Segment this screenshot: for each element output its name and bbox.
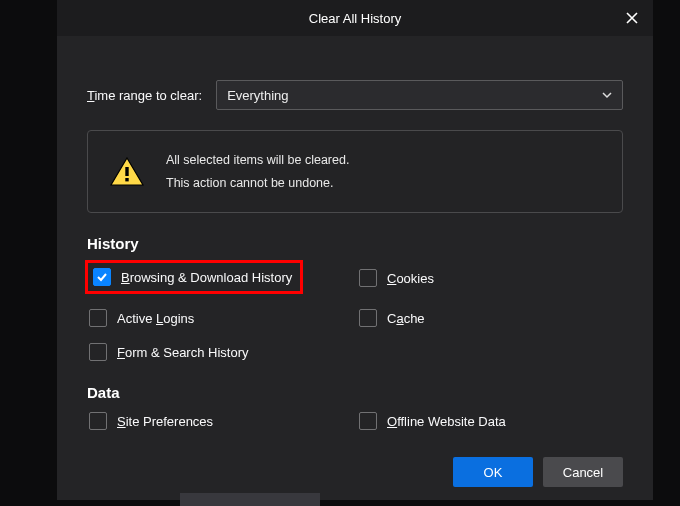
dialog-title: Clear All History: [57, 11, 653, 26]
background-stub: [180, 493, 320, 506]
option-site-preferences[interactable]: Site Preferences: [89, 411, 353, 431]
option-cache[interactable]: Cache: [359, 308, 623, 328]
check-icon: [96, 271, 108, 283]
option-offline-website-data[interactable]: Offline Website Data: [359, 411, 623, 431]
checkbox-form[interactable]: [89, 343, 107, 361]
checkbox-logins[interactable]: [89, 309, 107, 327]
data-heading: Data: [87, 384, 623, 401]
warning-icon: [110, 157, 144, 187]
close-icon: [626, 12, 638, 24]
checkbox-siteprefs[interactable]: [89, 412, 107, 430]
checkbox-offline[interactable]: [359, 412, 377, 430]
checkbox-cookies[interactable]: [359, 269, 377, 287]
time-range-select[interactable]: Everything: [216, 80, 623, 110]
history-options: Browsing & Download History Cookies Acti…: [87, 262, 623, 362]
option-label: Form & Search History: [117, 345, 249, 360]
cancel-button[interactable]: Cancel: [543, 457, 623, 487]
option-active-logins[interactable]: Active Logins: [89, 308, 353, 328]
data-options: Site Preferences Offline Website Data: [87, 411, 623, 431]
button-row: OK Cancel: [87, 457, 623, 487]
checkbox-cache[interactable]: [359, 309, 377, 327]
warning-text: All selected items will be cleared. This…: [166, 149, 349, 194]
option-label: Site Preferences: [117, 414, 213, 429]
time-range-value: Everything: [227, 88, 288, 103]
option-label: Cache: [387, 311, 425, 326]
option-label: Active Logins: [117, 311, 194, 326]
titlebar: Clear All History: [57, 0, 653, 36]
chevron-down-icon: [602, 90, 612, 100]
option-label: Browsing & Download History: [121, 270, 292, 285]
option-form-search-history[interactable]: Form & Search History: [89, 342, 353, 362]
close-button[interactable]: [611, 0, 653, 36]
option-label: Cookies: [387, 271, 434, 286]
svg-rect-1: [125, 178, 128, 181]
history-heading: History: [87, 235, 623, 252]
dialog-content: Time range to clear: Everything All sele…: [57, 36, 653, 487]
time-range-label: Time range to clear:: [87, 88, 202, 103]
time-range-row: Time range to clear: Everything: [87, 80, 623, 110]
option-cookies[interactable]: Cookies: [359, 262, 623, 294]
highlight-annotation: Browsing & Download History: [85, 260, 303, 294]
clear-history-dialog: Clear All History Time range to clear: E…: [57, 0, 653, 500]
ok-button[interactable]: OK: [453, 457, 533, 487]
option-browsing-download-history[interactable]: Browsing & Download History: [93, 268, 292, 286]
warning-panel: All selected items will be cleared. This…: [87, 130, 623, 213]
checkbox-browsing[interactable]: [93, 268, 111, 286]
option-label: Offline Website Data: [387, 414, 506, 429]
svg-rect-0: [125, 167, 128, 176]
